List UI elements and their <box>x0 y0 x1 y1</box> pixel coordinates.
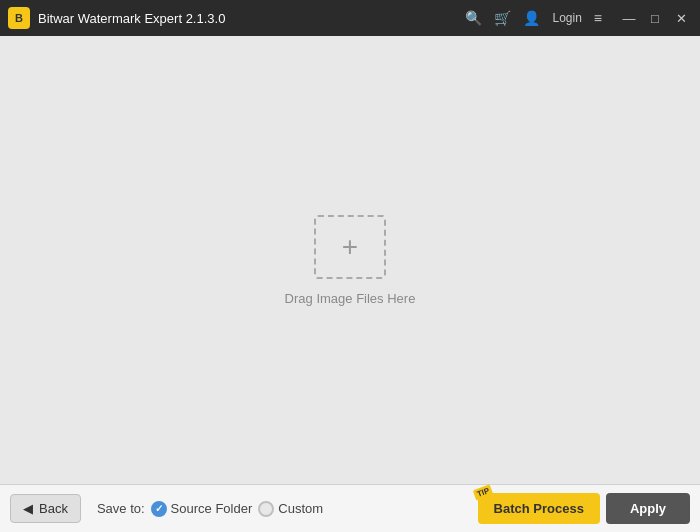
minimize-button[interactable]: — <box>618 7 640 29</box>
apply-label: Apply <box>630 501 666 516</box>
save-to-label: Save to: <box>97 501 145 516</box>
drop-zone-label: Drag Image Files Here <box>285 291 416 306</box>
title-bar: B Bitwar Watermark Expert 2.1.3.0 🔍 🛒 👤 … <box>0 0 700 36</box>
drop-zone[interactable]: + <box>314 215 386 279</box>
close-button[interactable]: ✕ <box>670 7 692 29</box>
tip-badge: TIP <box>472 484 493 501</box>
title-bar-icons: 🔍 🛒 👤 Login ≡ <box>465 10 602 26</box>
save-to-section: Save to: Source Folder Custom <box>97 501 470 517</box>
user-icon[interactable]: 👤 <box>523 10 540 26</box>
source-folder-label: Source Folder <box>171 501 253 516</box>
search-icon[interactable]: 🔍 <box>465 10 482 26</box>
custom-radio[interactable] <box>258 501 274 517</box>
apply-button[interactable]: Apply <box>606 493 690 524</box>
maximize-button[interactable]: □ <box>644 7 666 29</box>
back-icon: ◀ <box>23 501 33 516</box>
custom-label: Custom <box>278 501 323 516</box>
right-buttons: TIP Batch Process Apply <box>478 493 690 524</box>
batch-process-label: Batch Process <box>494 501 584 516</box>
menu-icon[interactable]: ≡ <box>594 10 602 26</box>
app-logo: B <box>8 7 30 29</box>
window-controls: — □ ✕ <box>618 7 692 29</box>
main-content: + Drag Image Files Here <box>0 36 700 484</box>
back-button[interactable]: ◀ Back <box>10 494 81 523</box>
bottom-bar: ◀ Back Save to: Source Folder Custom TIP… <box>0 484 700 532</box>
batch-process-button[interactable]: TIP Batch Process <box>478 493 600 524</box>
source-folder-option[interactable]: Source Folder <box>151 501 253 517</box>
login-button[interactable]: Login <box>552 11 581 25</box>
source-folder-radio[interactable] <box>151 501 167 517</box>
app-title: Bitwar Watermark Expert 2.1.3.0 <box>38 11 457 26</box>
custom-option[interactable]: Custom <box>258 501 323 517</box>
back-label: Back <box>39 501 68 516</box>
plus-icon: + <box>342 231 358 263</box>
cart-icon[interactable]: 🛒 <box>494 10 511 26</box>
